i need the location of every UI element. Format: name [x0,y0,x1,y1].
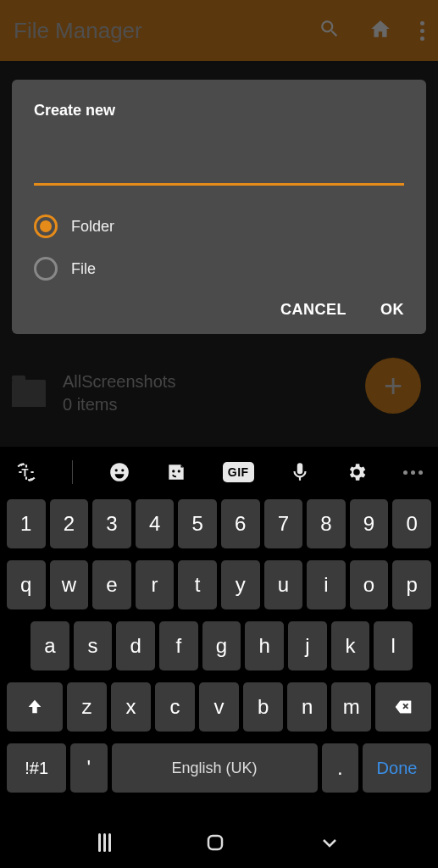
symbols-key[interactable]: !#1 [7,743,66,793]
keyboard-row-1: q w e r t y u i o p [5,560,433,609]
key-i[interactable]: i [307,560,346,609]
dialog-title: Create new [34,102,404,120]
key-3[interactable]: 3 [92,499,131,548]
key-2[interactable]: 2 [50,499,89,548]
key-1[interactable]: 1 [7,499,46,548]
keyboard-toolbar: T GIF [5,455,433,499]
key-n[interactable]: n [287,682,327,732]
nav-recents[interactable] [98,833,111,852]
key-k[interactable]: k [331,621,370,670]
svg-point-2 [114,469,117,471]
key-s[interactable]: s [74,621,113,670]
key-l[interactable]: l [374,621,413,670]
key-5[interactable]: 5 [178,499,217,548]
dialog-actions: CANCEL OK [34,301,404,319]
key-m[interactable]: m [331,682,371,732]
sticker-icon[interactable] [165,461,187,483]
create-new-dialog: Create new Folder File CANCEL OK [12,80,426,334]
key-v[interactable]: v [199,682,239,732]
soft-keyboard: T GIF 1 2 3 4 5 6 7 8 9 0 q w e [0,447,438,868]
key-r[interactable]: r [136,560,175,609]
backspace-key[interactable] [375,682,431,732]
svg-point-4 [172,470,175,472]
svg-point-3 [121,469,124,471]
key-0[interactable]: 0 [392,499,431,548]
keyboard-row-numbers: 1 2 3 4 5 6 7 8 9 0 [5,499,433,548]
key-e[interactable]: e [92,560,131,609]
apostrophe-key[interactable]: ' [70,743,107,793]
key-j[interactable]: j [288,621,327,670]
svg-point-5 [178,470,180,472]
svg-rect-6 [208,836,222,849]
toolbar-more-icon[interactable] [403,470,423,475]
radio-file[interactable] [34,257,58,281]
name-input[interactable] [34,150,404,186]
toolbar-divider [72,460,73,484]
key-y[interactable]: y [221,560,260,609]
keyboard-row-4: !#1 ' English (UK) . Done [5,743,433,793]
keyboard-row-2: a s d f g h j k l [5,621,433,670]
key-4[interactable]: 4 [136,499,175,548]
key-6[interactable]: 6 [221,499,260,548]
key-u[interactable]: u [264,560,303,609]
nav-home[interactable] [205,832,225,853]
key-h[interactable]: h [245,621,284,670]
key-x[interactable]: x [111,682,151,732]
shift-key[interactable] [7,682,63,732]
settings-icon[interactable] [346,461,368,483]
nav-back[interactable] [319,832,340,853]
radio-folder-row[interactable]: Folder [34,214,404,238]
text-options-icon[interactable]: T [15,461,37,483]
emoji-icon[interactable] [108,461,130,483]
key-9[interactable]: 9 [350,499,389,548]
ok-button[interactable]: OK [380,301,404,319]
key-p[interactable]: p [392,560,431,609]
key-8[interactable]: 8 [307,499,346,548]
key-f[interactable]: f [159,621,198,670]
key-d[interactable]: d [116,621,155,670]
mic-icon[interactable] [289,461,311,483]
svg-text:T: T [22,466,29,479]
key-c[interactable]: c [155,682,195,732]
period-key[interactable]: . [322,743,358,793]
key-q[interactable]: q [7,560,46,609]
key-z[interactable]: z [67,682,107,732]
radio-folder-label: Folder [71,218,114,236]
key-t[interactable]: t [178,560,217,609]
nav-bar [0,817,438,868]
gif-icon[interactable]: GIF [223,462,254,482]
done-key[interactable]: Done [363,743,431,793]
cancel-button[interactable]: CANCEL [280,301,347,319]
radio-file-label: File [71,260,96,278]
radio-file-row[interactable]: File [34,257,404,281]
key-g[interactable]: g [202,621,241,670]
radio-folder[interactable] [34,214,58,238]
key-7[interactable]: 7 [264,499,303,548]
key-o[interactable]: o [350,560,389,609]
space-key[interactable]: English (UK) [112,743,318,793]
keyboard-row-3: z x c v b n m [5,682,433,732]
key-w[interactable]: w [50,560,89,609]
key-b[interactable]: b [243,682,283,732]
key-a[interactable]: a [30,621,69,670]
gif-badge: GIF [223,462,254,482]
